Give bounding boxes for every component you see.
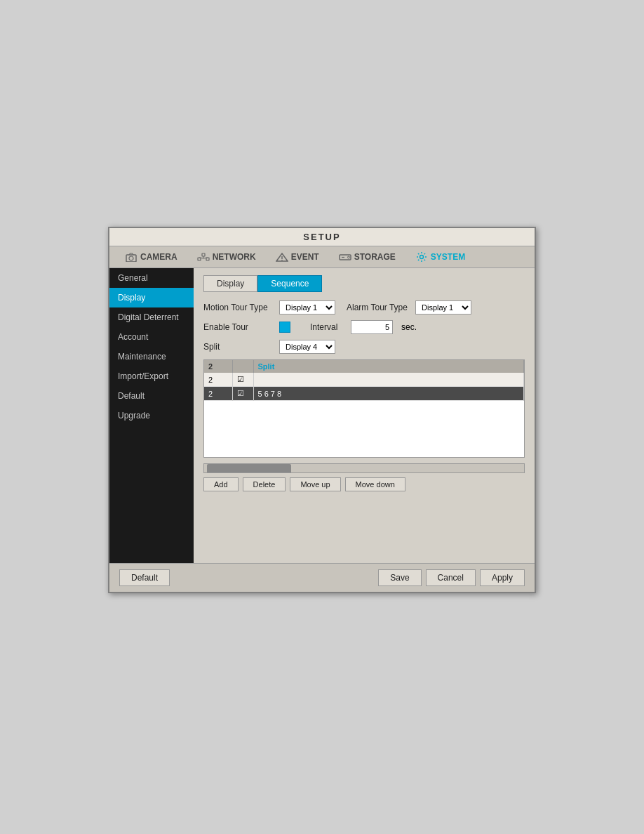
- sidebar-item-digital-deterrent[interactable]: Digital Deterrent: [109, 307, 194, 327]
- nav-network-label: NETWORK: [213, 252, 256, 262]
- table-cell-row1-col2: ☑: [232, 373, 253, 387]
- split-column-label: Split: [258, 362, 275, 371]
- nav-camera[interactable]: CAMERA: [115, 249, 187, 265]
- horizontal-scrollbar[interactable]: [203, 463, 525, 473]
- gear-icon: [415, 252, 428, 262]
- interval-unit: sec.: [401, 322, 417, 332]
- sidebar-item-display[interactable]: Display: [109, 288, 194, 307]
- interval-input[interactable]: [351, 320, 393, 334]
- alarm-tour-select[interactable]: Display 1: [415, 300, 471, 315]
- bottom-right-buttons: Save Cancel Apply: [378, 569, 525, 586]
- sidebar-item-general[interactable]: General: [109, 268, 194, 288]
- split-row: Split Display 4: [203, 340, 525, 354]
- table-col1-header: 2: [204, 360, 232, 373]
- cancel-button[interactable]: Cancel: [426, 569, 476, 586]
- motion-tour-row: Motion Tour Type Display 1 Alarm Tour Ty…: [203, 300, 525, 315]
- sequence-table: 2 Split 2 ☑: [204, 360, 524, 401]
- tab-display[interactable]: Display: [203, 275, 257, 292]
- motion-tour-select[interactable]: Display 1: [279, 300, 335, 315]
- svg-point-13: [347, 256, 349, 258]
- sidebar-item-maintenance[interactable]: Maintenance: [109, 347, 194, 366]
- table-cell-row2-col2: ☑: [232, 387, 253, 401]
- nav-storage-label: STORAGE: [354, 252, 396, 262]
- network-icon: [197, 252, 210, 262]
- add-button[interactable]: Add: [203, 477, 239, 491]
- delete-button[interactable]: Delete: [243, 477, 286, 491]
- move-up-button[interactable]: Move up: [290, 477, 340, 491]
- sidebar-item-upgrade[interactable]: Upgrade: [109, 406, 194, 425]
- storage-icon: [339, 252, 351, 262]
- window-title: SETUP: [303, 232, 340, 242]
- nav-event-label: EVENT: [291, 252, 319, 262]
- setup-window: SETUP CAMERA NETWORK EVENT: [108, 227, 536, 593]
- sidebar-item-import-export[interactable]: Import/Export: [109, 366, 194, 386]
- table-cell-row2-col3: 5 6 7 8: [253, 387, 524, 401]
- tab-row: Display Sequence: [203, 275, 525, 292]
- table-row[interactable]: 2 ☑ 5 6 7 8: [204, 387, 524, 401]
- table-col2-header: [232, 360, 253, 373]
- table-row[interactable]: 2 ☑: [204, 373, 524, 387]
- split-label: Split: [203, 342, 274, 352]
- content-area: Display Sequence Motion Tour Type Displa…: [194, 268, 535, 563]
- bottom-bar: Default Save Cancel Apply: [109, 563, 535, 592]
- enable-tour-checkbox[interactable]: [279, 322, 290, 333]
- svg-line-7: [203, 258, 208, 258]
- nav-camera-label: CAMERA: [140, 252, 177, 262]
- camera-icon: [125, 252, 137, 262]
- action-buttons: Add Delete Move up Move down: [203, 477, 525, 491]
- enable-tour-row: Enable Tour Interval sec.: [203, 320, 525, 334]
- svg-point-1: [129, 256, 133, 260]
- svg-rect-11: [340, 255, 351, 260]
- table-cell-row1-col3: [253, 373, 524, 387]
- sequence-table-container: 2 Split 2 ☑: [203, 359, 525, 458]
- svg-line-6: [199, 258, 203, 258]
- interval-label: Interval: [310, 322, 345, 332]
- tab-sequence[interactable]: Sequence: [257, 275, 322, 292]
- table-cell-row2-col1: 2: [204, 387, 232, 401]
- main-content: General Display Digital Deterrent Accoun…: [109, 268, 535, 563]
- title-bar: SETUP: [109, 228, 535, 246]
- svg-point-14: [420, 256, 423, 259]
- nav-network[interactable]: NETWORK: [187, 249, 266, 265]
- nav-storage[interactable]: STORAGE: [329, 249, 405, 265]
- table-header-row: 2 Split: [204, 360, 524, 373]
- motion-tour-label: Motion Tour Type: [203, 303, 274, 312]
- nav-system-label: SYSTEM: [431, 252, 465, 262]
- table-cell-row1-col1: 2: [204, 373, 232, 387]
- split-select[interactable]: Display 4: [279, 340, 335, 354]
- event-icon: [276, 252, 288, 262]
- svg-rect-3: [202, 253, 205, 256]
- sidebar-item-default[interactable]: Default: [109, 386, 194, 406]
- sidebar-item-account[interactable]: Account: [109, 327, 194, 347]
- enable-tour-label: Enable Tour: [203, 322, 274, 332]
- nav-system[interactable]: SYSTEM: [405, 249, 475, 265]
- alarm-tour-label: Alarm Tour Type: [347, 303, 410, 312]
- apply-button[interactable]: Apply: [480, 569, 525, 586]
- scrollbar-thumb: [207, 464, 291, 473]
- default-button[interactable]: Default: [119, 569, 170, 586]
- move-down-button[interactable]: Move down: [345, 477, 405, 491]
- nav-bar: CAMERA NETWORK EVENT STORAGE: [109, 246, 535, 268]
- table-col3-header: Split: [253, 360, 524, 373]
- svg-point-10: [281, 259, 283, 260]
- save-button[interactable]: Save: [378, 569, 421, 586]
- sidebar: General Display Digital Deterrent Accoun…: [109, 268, 194, 563]
- nav-event[interactable]: EVENT: [266, 249, 329, 265]
